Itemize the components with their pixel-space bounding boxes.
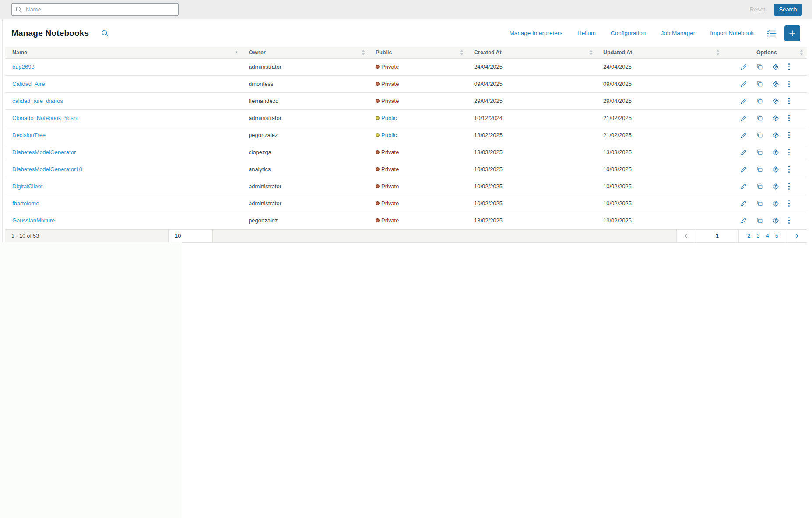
column-header-options[interactable]: Options <box>723 47 807 58</box>
export-diamond-arrow-icon[interactable] <box>772 97 780 105</box>
visibility-dot-icon <box>376 99 380 103</box>
notebook-name-link[interactable]: DiabetesModelGenerator10 <box>12 166 82 173</box>
sort-arrows-icon <box>716 50 720 55</box>
options-cell <box>723 144 807 161</box>
nav-link-job-manager[interactable]: Job Manager <box>661 30 695 36</box>
visibility-label: Public <box>381 115 397 121</box>
column-header-updated[interactable]: Updated At <box>596 47 723 58</box>
page-link-3[interactable]: 3 <box>756 233 759 239</box>
more-kebab-icon[interactable] <box>788 63 790 70</box>
visibility-label: Private <box>381 183 399 190</box>
column-header-public[interactable]: Public <box>369 47 467 58</box>
page-link-2[interactable]: 2 <box>747 233 750 239</box>
created-at-cell: 13/03/2025 <box>467 144 596 161</box>
table-row: DiabetesModelGenerator10 analytics Priva… <box>5 161 807 178</box>
edit-pencil-icon[interactable] <box>740 217 748 224</box>
clone-copy-icon[interactable] <box>756 131 763 139</box>
reset-button[interactable]: Reset <box>750 6 765 13</box>
name-filter-box[interactable] <box>11 3 179 16</box>
clone-copy-icon[interactable] <box>756 166 763 173</box>
export-diamond-arrow-icon[interactable] <box>772 131 780 139</box>
nav-link-import-notebook[interactable]: Import Notebook <box>710 30 754 36</box>
top-filter-bar: Reset Search <box>0 0 812 19</box>
notebook-name-link[interactable]: calidad_aire_diarios <box>12 98 63 104</box>
edit-pencil-icon[interactable] <box>740 166 748 173</box>
notebook-name-link[interactable]: DigitalClient <box>12 183 42 190</box>
export-diamond-arrow-icon[interactable] <box>772 63 780 71</box>
clone-copy-icon[interactable] <box>756 217 763 224</box>
clone-copy-icon[interactable] <box>756 183 763 190</box>
export-diamond-arrow-icon[interactable] <box>772 217 780 225</box>
export-diamond-arrow-icon[interactable] <box>772 114 780 122</box>
column-header-owner[interactable]: Owner <box>242 47 369 58</box>
more-kebab-icon[interactable] <box>788 114 790 122</box>
clone-copy-icon[interactable] <box>756 148 763 156</box>
nav-link-configuration[interactable]: Configuration <box>611 30 646 36</box>
export-diamond-arrow-icon[interactable] <box>772 166 780 173</box>
notebook-name-link[interactable]: fbartolome <box>12 200 39 207</box>
title-search-icon[interactable] <box>101 29 109 37</box>
edit-pencil-icon[interactable] <box>740 97 748 105</box>
notebooks-table: Name Owner Public Created At Updated At … <box>5 47 807 229</box>
notebook-name-link[interactable]: Calidad_Aire <box>12 81 45 87</box>
clone-copy-icon[interactable] <box>756 114 763 122</box>
page-link-4[interactable]: 4 <box>766 233 769 239</box>
column-header-created[interactable]: Created At <box>467 47 596 58</box>
column-header-name[interactable]: Name <box>5 47 242 58</box>
next-page-button[interactable] <box>787 230 807 242</box>
more-kebab-icon[interactable] <box>788 97 790 105</box>
export-diamond-arrow-icon[interactable] <box>772 80 780 88</box>
create-notebook-button[interactable] <box>784 25 800 41</box>
more-kebab-icon[interactable] <box>788 131 790 139</box>
edit-pencil-icon[interactable] <box>740 183 748 190</box>
owner-cell: pegonzalez <box>242 127 369 144</box>
visibility-label: Private <box>381 149 399 155</box>
more-kebab-icon[interactable] <box>788 166 790 173</box>
clone-copy-icon[interactable] <box>756 97 763 105</box>
export-diamond-arrow-icon[interactable] <box>772 183 780 190</box>
table-row: GaussianMixture pegonzalez Private 13/02… <box>5 212 807 229</box>
notebook-list-icon[interactable] <box>767 29 777 37</box>
edit-pencil-icon[interactable] <box>740 131 748 139</box>
edit-pencil-icon[interactable] <box>740 148 748 156</box>
owner-cell: dmontess <box>242 75 369 92</box>
more-kebab-icon[interactable] <box>788 200 790 207</box>
nav-link-helium[interactable]: Helium <box>577 30 596 36</box>
search-button[interactable]: Search <box>774 4 802 16</box>
table-row: DecisionTree pegonzalez Public 13/02/202… <box>5 127 807 144</box>
notebook-name-link[interactable]: GaussianMixture <box>12 217 55 224</box>
more-kebab-icon[interactable] <box>788 80 790 88</box>
owner-cell: administrator <box>242 109 369 127</box>
more-kebab-icon[interactable] <box>788 217 790 224</box>
filter-actions: Reset Search <box>750 4 802 16</box>
edit-pencil-icon[interactable] <box>740 200 748 207</box>
more-kebab-icon[interactable] <box>788 148 790 156</box>
notebook-name-link[interactable]: DiabetesModelGenerator <box>12 149 76 155</box>
visibility-cell: Private <box>369 92 467 109</box>
sort-arrows-icon <box>235 51 238 53</box>
column-label: Updated At <box>603 49 632 56</box>
page-size-select[interactable]: 10 <box>168 230 213 242</box>
created-at-cell: 29/04/2025 <box>467 92 596 109</box>
edit-pencil-icon[interactable] <box>740 80 748 88</box>
export-diamond-arrow-icon[interactable] <box>772 148 780 156</box>
export-diamond-arrow-icon[interactable] <box>772 200 780 208</box>
clone-copy-icon[interactable] <box>756 63 763 70</box>
plus-icon <box>789 30 796 37</box>
clone-copy-icon[interactable] <box>756 200 763 207</box>
more-kebab-icon[interactable] <box>788 183 790 190</box>
clone-copy-icon[interactable] <box>756 80 763 88</box>
updated-at-cell: 13/03/2025 <box>596 144 723 161</box>
edit-pencil-icon[interactable] <box>740 63 748 70</box>
edit-pencil-icon[interactable] <box>740 114 748 122</box>
notebook-name-link[interactable]: Clonado_Notebook_Yoshi <box>12 115 78 121</box>
created-at-cell: 13/02/2025 <box>467 212 596 229</box>
nav-link-manage-interpreters[interactable]: Manage Interpreters <box>509 30 562 36</box>
previous-page-button[interactable] <box>676 230 696 242</box>
notebook-name-link[interactable]: bug2698 <box>12 63 35 70</box>
notebook-name-link[interactable]: DecisionTree <box>12 132 46 138</box>
sort-arrows-icon <box>800 50 803 55</box>
owner-cell: administrator <box>242 195 369 212</box>
name-filter-input[interactable] <box>26 6 175 13</box>
page-link-5[interactable]: 5 <box>775 233 778 239</box>
